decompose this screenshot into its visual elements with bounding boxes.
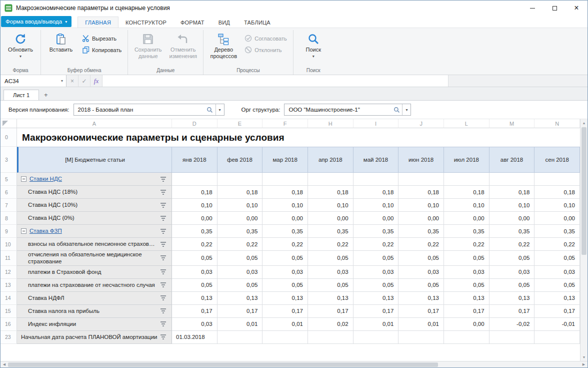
horizontal-scrollbar[interactable]: ◀ ▶ (0, 361, 588, 367)
value-cell[interactable]: 0,10 (218, 199, 263, 212)
value-cell[interactable]: 0,18 (218, 186, 263, 199)
value-cell[interactable]: 0,18 (398, 186, 444, 199)
row-label-cell[interactable]: взносы на обязательное пенсионное страхо… (17, 238, 172, 251)
value-cell[interactable]: 0,05 (172, 251, 218, 266)
value-cell[interactable]: 0,22 (218, 238, 263, 251)
value-cell[interactable]: 0,17 (218, 305, 263, 318)
value-cell[interactable] (354, 173, 399, 186)
version-filter-input[interactable]: 2018 - Базовый план ▾ (74, 104, 224, 116)
row-number[interactable]: 9 (0, 225, 17, 238)
value-cell[interactable]: 0,22 (172, 238, 218, 251)
value-cell[interactable] (308, 173, 354, 186)
value-cell[interactable]: 0,13 (354, 292, 399, 305)
month-header-cell[interactable]: фев 2018 (218, 147, 263, 173)
row-label-cell[interactable]: платежи в Страховой фонд (17, 266, 172, 279)
value-cell[interactable]: -0,01 (534, 318, 580, 331)
value-cell[interactable] (534, 331, 580, 344)
value-cell[interactable]: 0,05 (262, 279, 308, 292)
scroll-down-icon[interactable]: ▼ (580, 353, 588, 361)
value-cell[interactable]: 0,13 (218, 292, 263, 305)
month-header-cell[interactable]: май 2018 (354, 147, 399, 173)
value-cell[interactable]: 0,00 (534, 212, 580, 225)
column-header[interactable]: I (354, 119, 399, 128)
value-cell[interactable]: 0,13 (444, 292, 490, 305)
value-cell[interactable]: 0,18 (308, 186, 354, 199)
column-header[interactable]: D (172, 119, 218, 128)
add-sheet-button[interactable]: + (39, 90, 53, 100)
column-header[interactable]: H (308, 119, 354, 128)
value-cell[interactable]: 0,13 (534, 292, 580, 305)
row-number[interactable]: 13 (0, 279, 17, 292)
chevron-down-icon[interactable]: ▾ (402, 104, 410, 115)
value-cell[interactable]: 0,05 (534, 279, 580, 292)
filter-icon[interactable] (160, 229, 166, 234)
value-cell[interactable] (490, 331, 535, 344)
vertical-scroll-track[interactable] (580, 255, 588, 353)
minimize-button[interactable] (522, 1, 544, 16)
value-cell[interactable]: 0,02 (308, 318, 354, 331)
vertical-scroll-thumb[interactable] (582, 127, 586, 255)
value-cell[interactable]: 0,05 (398, 279, 444, 292)
value-cell[interactable]: 0,10 (490, 199, 535, 212)
filter-icon[interactable] (160, 203, 166, 208)
ribbon-tab[interactable]: КОНСТРУКТОР (118, 17, 174, 28)
value-cell[interactable]: 0,01 (354, 318, 399, 331)
column-header[interactable]: N (534, 119, 580, 128)
value-cell[interactable]: 0,13 (262, 292, 308, 305)
cut-button[interactable]: Вырезать (79, 34, 124, 43)
value-cell[interactable]: 0,17 (490, 305, 535, 318)
refresh-button[interactable]: Обновить ▾ (4, 31, 38, 59)
month-header-cell[interactable]: июл 2018 (444, 147, 490, 173)
row-number[interactable]: 0 (0, 128, 17, 147)
row-number[interactable]: 12 (0, 266, 17, 279)
value-cell[interactable]: 0,03 (490, 266, 535, 279)
value-cell[interactable]: 0,03 (534, 266, 580, 279)
value-cell[interactable]: 0,17 (398, 305, 444, 318)
row-number[interactable]: 16 (0, 318, 17, 331)
value-cell[interactable]: 0,35 (534, 225, 580, 238)
filter-icon[interactable] (160, 255, 166, 260)
value-cell[interactable]: 0,10 (262, 199, 308, 212)
filter-icon[interactable] (160, 334, 166, 339)
form-io-menu-button[interactable]: Форма ввода/вывода ▾ (1, 16, 72, 27)
ribbon-tab[interactable]: ФОРМАТ (174, 17, 212, 28)
filter-icon[interactable] (160, 269, 166, 274)
value-cell[interactable]: 0,01 (262, 318, 308, 331)
row-label-cell[interactable]: Ставка налога на прибыль (17, 305, 172, 318)
value-cell[interactable]: 0,17 (172, 305, 218, 318)
value-cell[interactable]: 0,03 (172, 266, 218, 279)
chevron-down-icon[interactable]: ▾ (216, 104, 224, 115)
formula-input[interactable] (102, 75, 448, 87)
row-number[interactable]: 11 (0, 251, 17, 266)
row-number[interactable]: 6 (0, 186, 17, 199)
copy-button[interactable]: Копировать (79, 45, 124, 55)
value-cell[interactable]: 0,05 (490, 279, 535, 292)
row-label-cell[interactable]: Ставка НДС (10%) (17, 199, 172, 212)
filter-icon[interactable] (160, 321, 166, 326)
row-number[interactable]: 5 (0, 173, 17, 186)
value-cell[interactable]: 01.03.2018 (172, 331, 218, 344)
value-cell[interactable] (308, 331, 354, 344)
value-cell[interactable]: -0,02 (490, 318, 535, 331)
value-cell[interactable]: 0,17 (444, 305, 490, 318)
value-cell[interactable]: 0,10 (398, 199, 444, 212)
filter-icon[interactable] (160, 282, 166, 287)
process-tree-button[interactable]: Дерево процессов (206, 31, 240, 60)
column-header[interactable]: J (398, 119, 444, 128)
month-header-cell[interactable]: авг 2018 (490, 147, 535, 173)
maximize-button[interactable] (544, 1, 566, 16)
column-header[interactable]: L (444, 119, 490, 128)
value-cell[interactable]: 0,05 (308, 279, 354, 292)
value-cell[interactable]: 0,05 (308, 251, 354, 266)
value-cell[interactable]: 0,00 (308, 212, 354, 225)
value-cell[interactable]: 0,00 (262, 212, 308, 225)
group-label[interactable]: Ставки НДС (30, 175, 62, 182)
select-all-corner[interactable] (0, 119, 17, 128)
value-cell[interactable]: 0,05 (172, 279, 218, 292)
value-cell[interactable]: 0,03 (398, 266, 444, 279)
value-cell[interactable]: 0,00 (398, 212, 444, 225)
paste-button[interactable]: Вставить (44, 31, 78, 53)
value-cell[interactable]: 0,18 (444, 186, 490, 199)
value-cell[interactable]: 0,05 (444, 251, 490, 266)
value-cell[interactable]: 0,17 (262, 305, 308, 318)
